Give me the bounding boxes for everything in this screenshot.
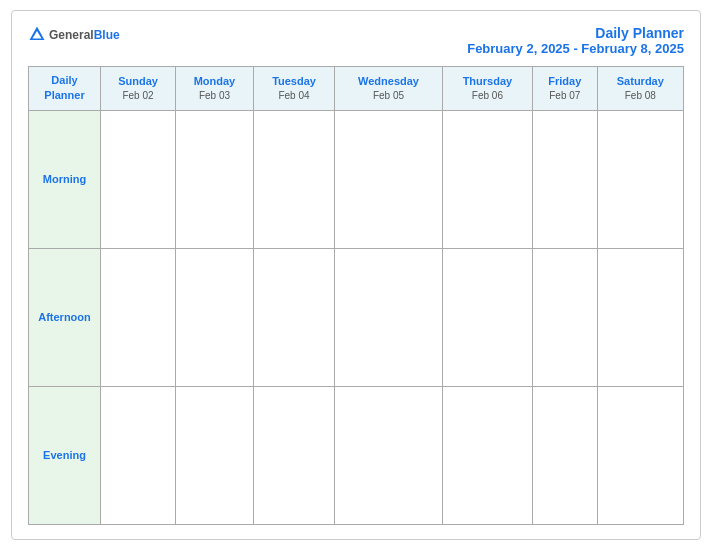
evening-thu[interactable] xyxy=(442,386,532,524)
col-header-thu: Thursday Feb 06 xyxy=(442,67,532,111)
planner-title: Daily Planner xyxy=(467,25,684,41)
morning-sun[interactable] xyxy=(101,110,176,248)
calendar-table: Daily Planner Sunday Feb 02 Monday Feb 0… xyxy=(28,66,684,525)
morning-thu[interactable] xyxy=(442,110,532,248)
col-header-sat: Saturday Feb 08 xyxy=(597,67,683,111)
title-area: Daily Planner February 2, 2025 - Februar… xyxy=(467,25,684,56)
afternoon-mon[interactable] xyxy=(176,248,254,386)
afternoon-label: Afternoon xyxy=(29,248,101,386)
header: GeneralBlue Daily Planner February 2, 20… xyxy=(28,25,684,56)
col-header-wed: Wednesday Feb 05 xyxy=(335,67,443,111)
logo: GeneralBlue xyxy=(28,25,120,43)
evening-sat[interactable] xyxy=(597,386,683,524)
row-evening: Evening xyxy=(29,386,684,524)
col-header-fri: Friday Feb 07 xyxy=(532,67,597,111)
afternoon-thu[interactable] xyxy=(442,248,532,386)
afternoon-wed[interactable] xyxy=(335,248,443,386)
afternoon-sat[interactable] xyxy=(597,248,683,386)
morning-mon[interactable] xyxy=(176,110,254,248)
evening-label: Evening xyxy=(29,386,101,524)
evening-fri[interactable] xyxy=(532,386,597,524)
generalblue-icon xyxy=(28,25,46,43)
col-header-sun: Sunday Feb 02 xyxy=(101,67,176,111)
afternoon-tue[interactable] xyxy=(253,248,334,386)
logo-general: GeneralBlue xyxy=(49,27,120,42)
row-afternoon: Afternoon xyxy=(29,248,684,386)
col-header-planner: Daily Planner xyxy=(29,67,101,111)
col-header-tue: Tuesday Feb 04 xyxy=(253,67,334,111)
morning-fri[interactable] xyxy=(532,110,597,248)
row-morning: Morning xyxy=(29,110,684,248)
page: GeneralBlue Daily Planner February 2, 20… xyxy=(11,10,701,540)
col-header-mon: Monday Feb 03 xyxy=(176,67,254,111)
header-row: Daily Planner Sunday Feb 02 Monday Feb 0… xyxy=(29,67,684,111)
planner-date-range: February 2, 2025 - February 8, 2025 xyxy=(467,41,684,56)
morning-sat[interactable] xyxy=(597,110,683,248)
evening-wed[interactable] xyxy=(335,386,443,524)
evening-mon[interactable] xyxy=(176,386,254,524)
evening-sun[interactable] xyxy=(101,386,176,524)
morning-label: Morning xyxy=(29,110,101,248)
afternoon-sun[interactable] xyxy=(101,248,176,386)
morning-wed[interactable] xyxy=(335,110,443,248)
morning-tue[interactable] xyxy=(253,110,334,248)
evening-tue[interactable] xyxy=(253,386,334,524)
afternoon-fri[interactable] xyxy=(532,248,597,386)
logo-area: GeneralBlue xyxy=(28,25,120,43)
